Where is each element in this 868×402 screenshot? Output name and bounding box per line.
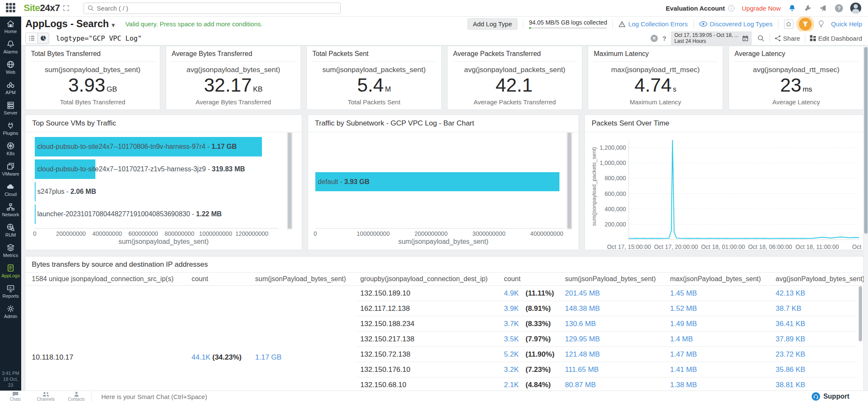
smart-chat-input[interactable] — [92, 393, 501, 400]
avg-link[interactable]: 37.89 KB — [776, 335, 805, 343]
chevron-down-icon: ▼ — [111, 22, 116, 28]
sidebar-item-home[interactable]: Home — [0, 17, 21, 37]
col-header-max[interactable]: max(jsonPayload_bytes_sent) — [670, 275, 761, 283]
sidebar-item-server[interactable]: Server — [0, 98, 21, 118]
query-chart-view-icon[interactable] — [37, 33, 49, 44]
sum-link[interactable]: 129.95 MB — [565, 335, 600, 343]
table-row[interactable]: 132.150.72.138 5.2K (11.90%) 121.48 MB 1… — [25, 347, 863, 362]
sidebar-item-vmware[interactable]: VMware — [0, 159, 21, 179]
avg-link[interactable]: 38.81 KB — [776, 381, 805, 389]
sidebar-item-rum[interactable]: RUM — [0, 220, 21, 240]
edit-dashboard-button[interactable]: Edit Dashboard — [810, 35, 862, 42]
col-header-avg[interactable]: avg(jsonPayload_bytes_sent) — [776, 275, 865, 283]
date-range-picker[interactable]: Oct 17, 15:39:05 - Oct 18, ... Last 24 H… — [671, 31, 751, 45]
avg-link[interactable]: 42.13 KB — [776, 289, 805, 298]
upgrade-now-link[interactable]: Upgrade Now — [742, 5, 781, 12]
avg-link[interactable]: 23.72 KB — [776, 350, 805, 359]
search-dashboard-icon[interactable] — [757, 34, 765, 42]
max-link[interactable]: 1.41 MB — [670, 366, 697, 374]
support-button[interactable]: Support — [812, 392, 849, 401]
table-row[interactable]: 132.150.189.10 4.9K (11.11%) 201.45 MB 1… — [25, 286, 863, 301]
user-avatar[interactable] — [850, 3, 861, 14]
page-scrollbar[interactable] — [864, 45, 868, 391]
page-title[interactable]: AppLogs - Search▼ — [25, 18, 116, 30]
max-link[interactable]: 1.4 MB — [670, 335, 693, 343]
discovered-log-types-link[interactable]: Discovered Log Types — [699, 20, 773, 28]
chats-button[interactable]: Chats — [0, 391, 31, 402]
count-link[interactable]: 3.7K — [504, 320, 519, 328]
table-row[interactable]: 132.150.176.10 3.2K (7.23%) 111.65 MB 1.… — [25, 362, 863, 377]
sum-link[interactable]: 130.6 MB — [565, 320, 596, 328]
help-icon[interactable]: ? — [835, 4, 843, 12]
query-help-icon[interactable]: ? — [662, 35, 666, 42]
bar[interactable] — [35, 182, 36, 201]
table-row[interactable]: 132.150.188.234 3.7K (8.33%) 130.6 MB 1.… — [25, 316, 863, 332]
col-header-src-ip[interactable]: 1584 unique jsonpayload_connection_src_i… — [32, 275, 173, 283]
add-log-type-button[interactable]: Add Log Type — [467, 18, 517, 30]
info-icon[interactable]: i — [728, 5, 734, 11]
sidebar-item-network[interactable]: Network — [0, 200, 21, 220]
count-link[interactable]: 5.2K — [504, 350, 519, 359]
sum-link[interactable]: 121.48 MB — [565, 350, 600, 359]
expand-icon[interactable] — [63, 5, 69, 11]
contacts-button[interactable]: Contacts — [61, 391, 92, 402]
bar[interactable] — [35, 204, 36, 224]
table-scrollbar[interactable] — [859, 286, 862, 341]
quick-actions-icon[interactable] — [799, 18, 812, 31]
table-row[interactable]: 162.117.12.138 3.9K (8.91%) 148.38 MB 1.… — [25, 301, 863, 316]
announcements-icon[interactable] — [819, 4, 828, 12]
avg-link[interactable]: 38.7 KB — [776, 304, 801, 313]
max-link[interactable]: 1.47 MB — [670, 350, 697, 359]
search-input[interactable] — [97, 5, 337, 12]
max-link[interactable]: 1.45 MB — [670, 289, 697, 298]
sidebar-item-cloud[interactable]: Cloud — [0, 179, 21, 200]
quick-help-link[interactable]: Quick Help — [831, 20, 862, 28]
col-header-sum[interactable]: sum(jsonPayload_bytes_sent) — [255, 275, 346, 283]
chart-scrollbar[interactable] — [567, 132, 572, 229]
sidebar-item-alarms[interactable]: Alarms — [0, 37, 21, 57]
query-list-view-icon[interactable] — [26, 33, 37, 44]
share-button[interactable]: Share — [775, 35, 800, 42]
col-header-groupby[interactable]: groupby(jsonpayload_connection_dest_ip) — [360, 275, 488, 283]
channels-button[interactable]: Channels — [31, 391, 61, 402]
notifications-bell-icon[interactable] — [788, 4, 796, 12]
divider — [25, 132, 302, 132]
app-launcher-icon[interactable] — [6, 3, 16, 13]
col-header-count2[interactable]: count — [504, 275, 520, 283]
col-header-sum2[interactable]: sum(jsonPayload_bytes_sent) — [565, 275, 656, 283]
sidebar-item-metrics[interactable]: Metrics — [0, 240, 21, 261]
count-link[interactable]: 4.9K — [504, 289, 519, 298]
count-link[interactable]: 3.5K — [504, 335, 519, 343]
sidebar-item-reports[interactable]: Reports — [0, 281, 21, 302]
table-row[interactable]: 132.150.217.138 3.5K (7.97%) 129.95 MB 1… — [25, 332, 863, 347]
src-count-link[interactable]: 44.1K — [192, 353, 210, 362]
sum-link[interactable]: 80.87 MB — [565, 381, 596, 389]
log-collection-errors-link[interactable]: Log Collection Errors — [618, 20, 687, 28]
count-link[interactable]: 3.2K — [504, 366, 519, 374]
max-link[interactable]: 1.52 MB — [670, 304, 697, 313]
dashboard-home-icon[interactable] — [784, 20, 793, 29]
clear-query-icon[interactable]: ✕ — [651, 35, 658, 42]
col-header-count[interactable]: count — [192, 275, 208, 283]
chart-scrollbar[interactable] — [287, 132, 292, 229]
avg-link[interactable]: 36.41 KB — [776, 320, 805, 328]
sidebar-item-admin[interactable]: Admin — [0, 302, 21, 322]
settings-wrench-icon[interactable] — [804, 4, 812, 12]
sidebar-item-plugins[interactable]: Plugins — [0, 118, 21, 139]
max-link[interactable]: 1.49 MB — [670, 320, 697, 328]
count-link[interactable]: 2.1K — [504, 381, 519, 389]
src-sum-link[interactable]: 1.17 GB — [255, 353, 281, 362]
max-link[interactable]: 1.38 MB — [670, 381, 697, 389]
sidebar-item-k8s[interactable]: K8s — [0, 139, 21, 159]
sum-link[interactable]: 201.45 MB — [565, 289, 600, 298]
sum-link[interactable]: 111.65 MB — [565, 366, 599, 374]
sidebar-item-web[interactable]: Web — [0, 57, 21, 78]
avg-link[interactable]: 35.86 KB — [776, 366, 805, 374]
query-text[interactable]: logtype="GCP VPC Log" — [56, 34, 142, 42]
bulb-icon — [817, 20, 826, 28]
sidebar-item-applogs[interactable]: AppLogs — [0, 261, 21, 281]
count-link[interactable]: 3.9K — [504, 304, 519, 313]
page-scrollbar-thumb[interactable] — [864, 47, 868, 234]
sum-link[interactable]: 148.38 MB — [565, 304, 600, 313]
sidebar-item-apm[interactable]: APM — [0, 78, 21, 98]
